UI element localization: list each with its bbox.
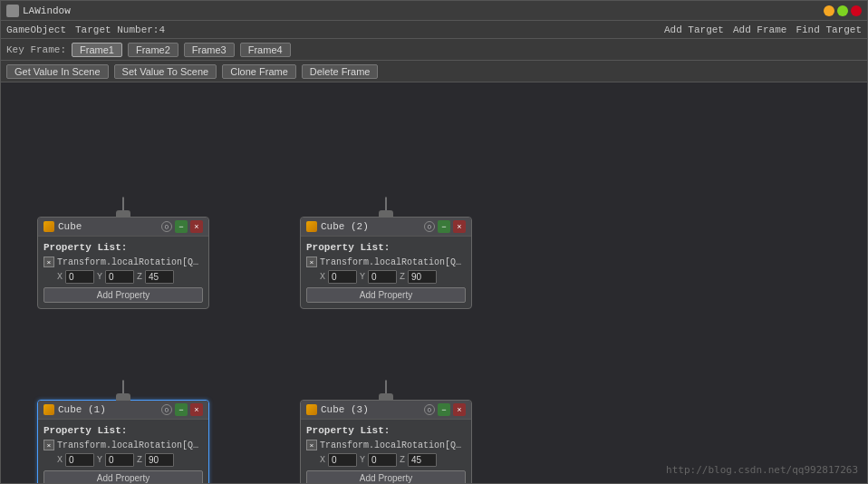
- z-input-1[interactable]: [145, 270, 174, 284]
- node-port-top-1: [116, 210, 130, 218]
- node-close-btn-3[interactable]: ×: [190, 403, 203, 416]
- set-value-button[interactable]: Set Value To Scene: [114, 64, 217, 79]
- z-input-4[interactable]: [408, 453, 437, 467]
- node-name-1: Cube: [58, 221, 82, 232]
- node-controls-4: ○ − ×: [424, 403, 466, 416]
- menu-gameobject[interactable]: GameObject: [6, 24, 66, 35]
- property-row-2: × Transform.localRotation[Quat: [306, 257, 466, 267]
- y-label-1: Y: [97, 272, 102, 282]
- clone-frame-button[interactable]: Clone Frame: [222, 64, 296, 79]
- toolbar: Key Frame: Frame1 Frame2 Frame3 Frame4: [1, 39, 867, 61]
- main-window: LAWindow GameObject Target Number:4 Add …: [0, 0, 868, 484]
- frame4-button[interactable]: Frame4: [240, 43, 291, 57]
- z-label-4: Z: [400, 455, 405, 465]
- x-label-3: X: [57, 455, 63, 465]
- property-list-label-3: Property List:: [43, 425, 203, 436]
- node-circle-btn-3[interactable]: ○: [161, 404, 172, 415]
- add-property-btn-3[interactable]: Add Property: [43, 470, 203, 483]
- menu-add-frame[interactable]: Add Frame: [733, 24, 786, 35]
- minimize-button[interactable]: [824, 5, 834, 16]
- delete-frame-button[interactable]: Delete Frame: [302, 64, 379, 79]
- prop-checkbox-3[interactable]: ×: [43, 440, 54, 450]
- xyz-row-3: X Y Z: [43, 453, 203, 467]
- node-name-2: Cube (2): [321, 221, 369, 232]
- frame1-button[interactable]: Frame1: [72, 43, 122, 57]
- prop-checkbox-4[interactable]: ×: [306, 440, 317, 450]
- x-input-4[interactable]: [328, 453, 357, 467]
- z-input-3[interactable]: [145, 453, 174, 467]
- add-property-btn-4[interactable]: Add Property: [306, 470, 466, 483]
- x-label-1: X: [57, 272, 63, 282]
- menu-find-target[interactable]: Find Target: [796, 24, 862, 35]
- property-list-label-1: Property List:: [43, 242, 203, 253]
- node-header-1: Cube ○ − ×: [38, 218, 208, 237]
- x-input-1[interactable]: [65, 270, 94, 284]
- node-minus-btn-4[interactable]: −: [438, 403, 450, 416]
- node-name-3: Cube (1): [58, 404, 106, 415]
- xyz-row-1: X Y Z: [43, 270, 203, 284]
- node-close-btn-1[interactable]: ×: [190, 220, 203, 233]
- node-body-2: Property List: × Transform.localRotation…: [301, 237, 471, 308]
- node-circle-btn-2[interactable]: ○: [424, 221, 435, 232]
- y-label-2: Y: [360, 272, 365, 282]
- node-header-4: Cube (3) ○ − ×: [301, 401, 471, 420]
- node-minus-btn-1[interactable]: −: [175, 220, 188, 233]
- node-cube2: Cube (2) ○ − × Property List: × Transfor…: [300, 217, 472, 309]
- prop-checkbox-2[interactable]: ×: [306, 257, 317, 267]
- node-minus-btn-2[interactable]: −: [438, 220, 450, 233]
- window-icon: [6, 5, 19, 17]
- cube-icon-3: [43, 404, 54, 415]
- node-name-4: Cube (3): [321, 404, 369, 415]
- x-label-4: X: [320, 455, 325, 465]
- frame2-button[interactable]: Frame2: [128, 43, 178, 57]
- cube-icon-2: [306, 221, 317, 232]
- node-header-3: Cube (1) ○ − ×: [38, 401, 208, 420]
- menu-add-target[interactable]: Add Target: [664, 24, 724, 35]
- node-cube1: Cube (1) ○ − × Property List: × Transfor…: [37, 400, 209, 483]
- watermark: http://blog.csdn.net/qq992817263: [666, 464, 858, 476]
- node-close-btn-2[interactable]: ×: [453, 220, 466, 233]
- canvas: Cube ○ − × Property List: × Transform.lo…: [1, 82, 867, 483]
- y-input-1[interactable]: [105, 270, 134, 284]
- node-controls-3: ○ − ×: [161, 403, 203, 416]
- node-title-2: Cube (2): [306, 221, 369, 232]
- menu-left: GameObject Target Number:4: [6, 24, 165, 35]
- add-property-btn-1[interactable]: Add Property: [43, 287, 203, 303]
- node-port-top-4: [379, 393, 393, 401]
- y-input-4[interactable]: [368, 453, 397, 467]
- node-title-1: Cube: [43, 221, 82, 232]
- x-label-2: X: [320, 272, 325, 282]
- window-title: LAWindow: [23, 5, 71, 16]
- title-bar: LAWindow: [1, 1, 867, 21]
- z-label-2: Z: [400, 272, 405, 282]
- y-input-2[interactable]: [368, 270, 397, 284]
- frame3-button[interactable]: Frame3: [184, 43, 235, 57]
- node-circle-btn-1[interactable]: ○: [161, 221, 172, 232]
- maximize-button[interactable]: [837, 5, 848, 16]
- property-row-4: × Transform.localRotation[Quat: [306, 440, 466, 450]
- node-minus-btn-3[interactable]: −: [175, 403, 188, 416]
- close-button[interactable]: [851, 5, 862, 16]
- node-controls-1: ○ − ×: [161, 220, 203, 233]
- y-input-3[interactable]: [105, 453, 134, 467]
- property-list-label-2: Property List:: [306, 242, 466, 253]
- prop-name-1: Transform.localRotation[Quat: [57, 257, 203, 267]
- get-value-button[interactable]: Get Value In Scene: [6, 64, 109, 79]
- x-input-3[interactable]: [65, 453, 94, 467]
- node-body-4: Property List: × Transform.localRotation…: [301, 420, 471, 483]
- xyz-row-4: X Y Z: [306, 453, 466, 467]
- property-row-1: × Transform.localRotation[Quat: [43, 257, 203, 267]
- prop-checkbox-1[interactable]: ×: [43, 257, 54, 267]
- property-row-3: × Transform.localRotation[Quat: [43, 440, 203, 450]
- x-input-2[interactable]: [328, 270, 357, 284]
- xyz-row-2: X Y Z: [306, 270, 466, 284]
- node-circle-btn-4[interactable]: ○: [424, 404, 435, 415]
- add-property-btn-2[interactable]: Add Property: [306, 287, 466, 303]
- node-port-top-3: [116, 393, 130, 401]
- z-input-2[interactable]: [408, 270, 437, 284]
- action-bar: Get Value In Scene Set Value To Scene Cl…: [1, 61, 867, 82]
- cube-icon-4: [306, 404, 317, 415]
- menu-right: Add Target Add Frame Find Target: [664, 24, 862, 35]
- node-close-btn-4[interactable]: ×: [453, 403, 466, 416]
- property-list-label-4: Property List:: [306, 425, 466, 436]
